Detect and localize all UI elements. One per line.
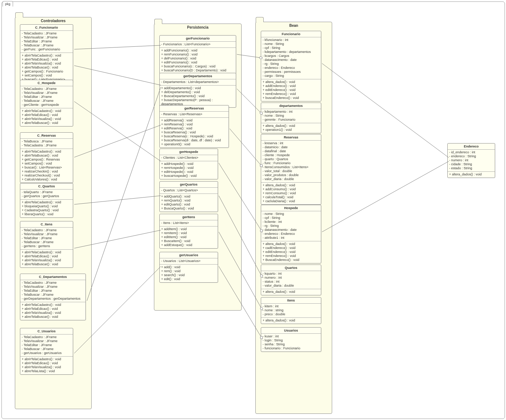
attribute-row: - login : String xyxy=(263,338,319,342)
package-outer: pkg Controladores Persistencia Bean C_Fu… xyxy=(1,1,505,419)
operation-row: + addReserva() : void xyxy=(161,118,227,122)
attribute-row: - funcionario : Funcionario xyxy=(263,346,319,350)
attribute-row: - TelaCadastra : JFrame xyxy=(22,144,71,147)
class-name: gerItens xyxy=(160,214,218,220)
operation-row: + remFuncionario() : void xyxy=(161,53,234,57)
operation-row: + abrirTelaVisualiza() : void xyxy=(22,311,84,315)
attribute-row: - permissoes : permissoes xyxy=(263,70,319,74)
operation-row: + remQuarto() : void xyxy=(161,199,216,203)
attribute-row: - datanascimento : date xyxy=(263,58,319,62)
class-name: C_Reservas xyxy=(20,133,73,139)
attribute-row: - numero : int xyxy=(449,158,493,162)
attribute-row: - TelaEditar : JFrame xyxy=(22,39,71,43)
operation-row: + remReserva() : void xyxy=(161,122,227,126)
operations: + addQuarto() : void+ remQuarto() : void… xyxy=(160,194,218,212)
attribute-row: - Reservas : List<Reservas> xyxy=(161,112,227,116)
attribute-row: - TelaBuscar : JFrame xyxy=(22,293,84,297)
operation-row: + editEndereco() : void xyxy=(263,250,319,254)
operation-row: + editHospede() : void xyxy=(161,170,216,174)
attribute-row: - attribute1 : int xyxy=(263,236,319,240)
operation-row: + rem() : void xyxy=(161,269,216,273)
operation-row: + BuscaDepartamento() : void xyxy=(161,94,234,98)
operations: + add() : void+ rem() : void+ search() :… xyxy=(160,265,218,282)
operations: + abrirTelaCadastro() : void+ abrirTelaE… xyxy=(20,357,73,374)
attribute-row: - cliente : Hospede xyxy=(263,153,319,157)
attribute-row: - nome : string xyxy=(263,308,319,312)
operation-row: + calculaTotal() : void xyxy=(263,195,319,199)
operation-row: + abrirTelaCadastro() : void xyxy=(22,54,71,58)
operations: + altera_dados() : void xyxy=(261,289,321,295)
operation-row: + addDepartamento() : void xyxy=(161,86,234,90)
class-name: C_Quartos xyxy=(20,183,73,190)
class-name: C_Departamentos xyxy=(20,274,85,280)
attribute-row: - nome : String xyxy=(263,114,319,118)
operation-row: + editFuncionario() : void xyxy=(161,61,234,65)
attribute-row: - status : int xyxy=(263,280,319,284)
class-endereco: Endereco- id_endereco : int- endereco : … xyxy=(447,143,495,178)
operation-row: + abreTelaBuscar() : void xyxy=(22,315,84,319)
class-name: gerUsuarios xyxy=(160,252,218,258)
operation-row: + abrirTelaVisualiza() : void xyxy=(22,62,71,66)
class-itens: Itens- kitem : int- nome : string- preco… xyxy=(261,297,321,324)
class-name: departamentos xyxy=(261,103,321,109)
svg-line-16 xyxy=(322,161,449,232)
operation-row: + operation0() : void xyxy=(161,142,227,146)
class-name: Hospede xyxy=(261,205,321,211)
operation-row: + editReserva() : void xyxy=(161,126,227,130)
attribute-row: - TelaEditar : JFrame xyxy=(22,236,71,240)
attribute-row: - nome : String xyxy=(263,42,319,46)
attribute-row: - valor_diaria : double xyxy=(263,284,319,288)
attribute-row: - gerCliente : gerHospede xyxy=(22,103,71,107)
operations: + abrirTelaCadastro() : void+ abrirTelaB… xyxy=(20,149,73,183)
operation-row: + abrirTelaVisualiza() : void xyxy=(22,258,71,262)
operations: + addDepartamento() : void+ delDepartame… xyxy=(160,86,236,107)
attribute-row: - TelaEditar : JFrame xyxy=(22,289,84,293)
operations: + abreTelaCadastro() : void+ bloqueiaQua… xyxy=(20,200,73,217)
operations: + altera_dados() : void+ addEndereco() :… xyxy=(261,79,321,101)
class-name: Funcionario xyxy=(261,31,321,37)
operation-row: + editItem() : void xyxy=(161,235,216,239)
attribute-row: - gerQuartos : gerQuartos xyxy=(22,194,71,198)
operation-row: + abrirTelaCadastro() : void xyxy=(22,150,71,154)
operations: + altera_dados() : void+ addConsumo() : … xyxy=(261,183,321,204)
class-ger-quartos: gerQuartos- Quartos : List<Quartos>+ add… xyxy=(159,181,218,212)
class-c-hospede: C_Hospede- TelaCadastro : JFrame- TelaVi… xyxy=(20,80,73,126)
operations: + altera_dados() : void+ cadEndereco() :… xyxy=(261,241,321,263)
class-name: C_Itens xyxy=(20,221,73,228)
operation-row: + buscaReserva(di : date, df : date) : v… xyxy=(161,138,227,142)
attribute-row: - id_endereco : int xyxy=(449,150,493,154)
operation-row: + altera_dados() : void xyxy=(449,172,493,176)
attributes: - kreserva : int- dataInicio : date- dat… xyxy=(261,141,321,183)
operation-row: + addEstoque() : void xyxy=(161,243,216,247)
attribute-row: - cpf : String xyxy=(263,46,319,50)
attributes: - nome : String- cpf : String- kcliente … xyxy=(261,211,321,241)
attribute-row: - TelaBuscar : JFrame xyxy=(22,99,71,103)
operation-row: + buscaReserva() : void xyxy=(161,130,227,134)
attribute-row: - func : Funcionario xyxy=(263,161,319,165)
attributes: - Reservas : List<Reservas> xyxy=(160,112,229,118)
class-name: Itens xyxy=(261,298,321,304)
class-c-departamentos: C_Departamentos- TelaCadastro : JFrame- … xyxy=(20,274,86,320)
operation-row: + remItem() : void xyxy=(161,231,216,235)
operation-row: + abrirTelaBuscar() : void xyxy=(22,154,71,158)
operation-row: + addItem() : void xyxy=(161,227,216,231)
operation-row: + caclulaDiaria() : void xyxy=(263,199,319,203)
svg-line-15 xyxy=(322,63,449,158)
attribute-row: - cpf : String xyxy=(263,216,319,220)
attributes: - TelaCadastro : JFrame- TelaVisualizar … xyxy=(20,86,73,108)
operation-row: + BuscaQuarto() : void xyxy=(161,207,216,211)
bean-title: Bean xyxy=(256,22,332,28)
attribute-row: - Departamentos : List<departamentos> xyxy=(161,80,234,84)
operation-row: + abrirTelaVisualiza() : void xyxy=(22,365,71,369)
operation-row: + liberaQuarto() : void xyxy=(22,212,71,216)
attribute-row: - endereco : Endereco xyxy=(263,232,319,236)
attribute-row: - TelaCadastro : JFrame xyxy=(22,228,71,232)
operations: + abrirTelaCadastro() : void+ abrirTelaE… xyxy=(20,250,73,267)
attributes: - Usuarios : List<Usuarios> xyxy=(160,258,218,265)
class-hospede: Hospede- nome : String- cpf : String- kc… xyxy=(261,205,321,263)
attributes: - TelaCadastro : JFrame- TelaVisualizar … xyxy=(20,334,73,357)
operation-row: + altera_dados() : void xyxy=(263,124,319,128)
attribute-row: - numero : int xyxy=(263,276,319,280)
class-name: gerReservas xyxy=(160,105,229,112)
operation-row: + altera_dados() : void xyxy=(263,319,319,323)
